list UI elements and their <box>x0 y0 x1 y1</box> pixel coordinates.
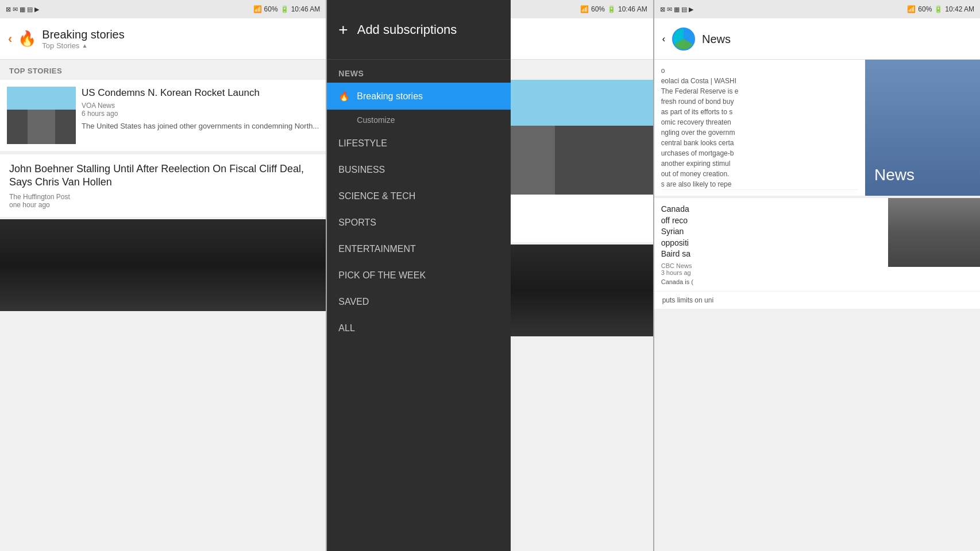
signal-icon-3: 📶 <box>907 5 916 13</box>
secondary-story-excerpt: Canada is ( <box>661 278 881 285</box>
menu-section-news: NEWS <box>327 60 511 83</box>
breaking-stories-label: Breaking stories <box>357 91 423 102</box>
panel3-content: o eolaci da Costa | WASHI The Federal Re… <box>654 60 980 551</box>
pick-of-week-label: PICK OF THE WEEK <box>338 270 426 281</box>
news-sidebar-label: News <box>874 166 915 184</box>
panel-2: ⊠ ✉ ▦ ▤ ▶ 📶 60% 🔋 10:46 AM ‹ 🔥 Breaking … <box>327 0 653 551</box>
article-line-3: fresh round of bond buy <box>661 96 858 107</box>
saved-label: SAVED <box>338 297 369 307</box>
status-icons-3: ⊠ ✉ ▦ ▤ ▶ <box>660 6 693 13</box>
battery-1: 60% <box>264 5 278 13</box>
menu-item-pick-of-week[interactable]: PICK OF THE WEEK <box>327 262 511 289</box>
story-card-1[interactable]: US Condemns N. Korean Rocket Launch VOA … <box>0 80 326 151</box>
dropdown-arrow-1[interactable]: ▲ <box>82 42 87 49</box>
secondary-story-source: CBC News <box>661 262 881 269</box>
menu-add-label: Add subscriptions <box>357 22 457 37</box>
article-line-1: eolaci da Costa | WASHI <box>661 76 858 86</box>
panel-3: ⊠ ✉ ▦ ▤ ▶ 📶 60% 🔋 10:42 AM ‹ News o eola… <box>654 0 980 551</box>
story-image-bottom-1 <box>0 219 326 311</box>
article-line-4: as part of its efforts to s <box>661 107 858 117</box>
blue-sidebar-panel: News <box>865 60 980 196</box>
status-icons-1: ⊠ ✉ ▦ ▤ ▶ <box>6 6 39 13</box>
secondary-story[interactable]: Canadaoff recoSyrianoppositiBaird sa CBC… <box>654 196 980 291</box>
story-card-2[interactable]: John Boehner Stalling Until After Reelec… <box>0 154 326 217</box>
article-layout: o eolaci da Costa | WASHI The Federal Re… <box>654 60 980 196</box>
article-line-6: ngling over the governm <box>661 127 858 138</box>
back-button-1[interactable]: ‹ <box>8 32 12 46</box>
section-header-1: TOP STORIES <box>0 60 326 80</box>
story-excerpt-1: The United States has joined other gover… <box>82 121 319 131</box>
signal-icon-1: 📶 <box>253 5 262 13</box>
story-time-2: one hour ago <box>9 201 317 209</box>
time-2: 10:46 AM <box>618 5 647 13</box>
bottom-text: puts limits on uni <box>654 291 980 309</box>
time-1: 10:46 AM <box>291 5 321 13</box>
flame-icon-1: 🔥 <box>18 30 36 48</box>
secondary-story-text: Canadaoff recoSyrianoppositiBaird sa CBC… <box>654 198 888 291</box>
lifestyle-label: LIFESTYLE <box>338 138 387 149</box>
content-area-1: TOP STORIES US Condemns N. Korean Rocket… <box>0 60 326 551</box>
battery-3: 60% <box>918 5 932 13</box>
app-header-1: ‹ 🔥 Breaking stories Top Stories ▲ <box>0 18 326 60</box>
article-line-10: out of money creation. <box>661 169 858 179</box>
back-button-3[interactable]: ‹ <box>662 34 665 44</box>
status-left-1: ⊠ ✉ ▦ ▤ ▶ <box>6 6 39 13</box>
menu-header[interactable]: + Add subscriptions <box>327 0 511 60</box>
story-image-1 <box>7 87 76 144</box>
science-tech-label: SCIENCE & TECH <box>338 191 415 201</box>
entertainment-label: ENTERTAINMENT <box>338 244 416 254</box>
battery-icon-3: 🔋 <box>934 5 943 13</box>
story-source-1: VOA News <box>82 102 319 110</box>
menu-item-business[interactable]: BUSINESS <box>327 157 511 183</box>
battery-icon-2: 🔋 <box>607 5 616 13</box>
header-subtitle-1: Top Stories ▲ <box>42 41 124 50</box>
business-label: BUSINESS <box>338 165 385 175</box>
app-header-3: ‹ News <box>654 18 980 60</box>
secondary-story-image <box>888 198 980 267</box>
article-line-11: s are also likely to repe <box>661 179 858 189</box>
menu-item-science-tech[interactable]: SCIENCE & TECH <box>327 183 511 209</box>
menu-item-breaking-stories[interactable]: 🔥 Breaking stories <box>327 83 511 110</box>
menu-item-entertainment[interactable]: ENTERTAINMENT <box>327 236 511 262</box>
story-title-2: John Boehner Stalling Until After Reelec… <box>9 162 317 189</box>
article-main-text: o eolaci da Costa | WASHI The Federal Re… <box>654 60 865 196</box>
menu-item-all[interactable]: ALL <box>327 315 511 342</box>
menu-item-saved[interactable]: SAVED <box>327 289 511 315</box>
article-line-7: central bank looks certa <box>661 138 858 148</box>
status-bar-3: ⊠ ✉ ▦ ▤ ▶ 📶 60% 🔋 10:42 AM <box>654 0 980 18</box>
signal-icon-2: 📶 <box>580 5 589 13</box>
story-time-1: 6 hours ago <box>82 110 319 118</box>
time-3: 10:42 AM <box>945 5 974 13</box>
menu-list: NEWS 🔥 Breaking stories Customize LIFEST… <box>327 60 511 551</box>
article-line-0: o <box>661 65 858 76</box>
header-title-1: Breaking stories <box>42 28 124 41</box>
panel-1: ⊠ ✉ ▦ ▤ ▶ 📶 60% 🔋 10:46 AM ‹ 🔥 Breaking … <box>0 0 326 551</box>
menu-customize[interactable]: Customize <box>327 110 511 130</box>
menu-plus-icon: + <box>338 21 348 39</box>
story-text-1: US Condemns N. Korean Rocket Launch VOA … <box>82 87 319 144</box>
article-line-8: urchases of mortgage-b <box>661 148 858 158</box>
secondary-story-time: 3 hours ag <box>661 269 881 276</box>
news-logo <box>672 28 695 51</box>
article-line-2: The Federal Reserve is e <box>661 86 858 96</box>
article-line-9: another expiring stimul <box>661 158 858 169</box>
menu-item-sports[interactable]: SPORTS <box>327 209 511 236</box>
menu-overlay: + Add subscriptions NEWS 🔥 Breaking stor… <box>327 0 511 551</box>
article-text-block: o eolaci da Costa | WASHI The Federal Re… <box>661 65 858 190</box>
header-title-3: News <box>702 32 731 46</box>
battery-2: 60% <box>591 5 605 13</box>
story-source-2: The Huffington Post <box>9 193 317 201</box>
story-title-1: US Condemns N. Korean Rocket Launch <box>82 87 319 99</box>
breaking-flame-icon: 🔥 <box>338 91 350 102</box>
all-label: ALL <box>338 323 354 333</box>
battery-icon-1: 🔋 <box>280 5 289 13</box>
sports-label: SPORTS <box>338 218 376 228</box>
status-right-1: 📶 60% 🔋 10:46 AM <box>253 5 321 13</box>
article-line-5: omic recovery threaten <box>661 117 858 127</box>
header-text-1: Breaking stories Top Stories ▲ <box>42 28 124 50</box>
menu-item-lifestyle[interactable]: LIFESTYLE <box>327 130 511 157</box>
secondary-story-title: Canadaoff recoSyrianoppositiBaird sa <box>661 204 881 260</box>
status-bar-1: ⊠ ✉ ▦ ▤ ▶ 📶 60% 🔋 10:46 AM <box>0 0 326 18</box>
